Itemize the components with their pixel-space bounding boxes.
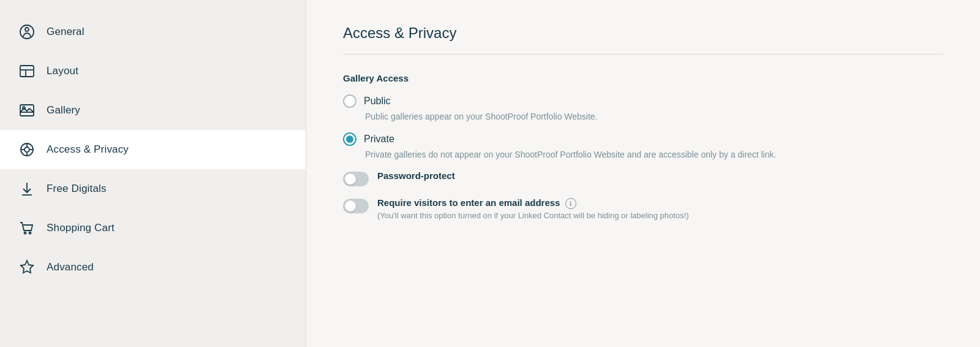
shopping-cart-icon [18,219,36,237]
require-email-sublabel: (You'll want this option turned on if yo… [377,211,689,220]
require-email-label-group: Require visitors to enter an email addre… [377,197,689,220]
page-title: Access & Privacy [343,25,943,42]
svg-point-16 [24,232,26,234]
sidebar-item-free-digitals[interactable]: Free Digitals [0,169,306,208]
sidebar-label-advanced: Advanced [47,261,94,273]
gallery-icon [18,102,36,119]
private-radio-group: Private Private galleries do not appear … [343,132,943,159]
public-radio-group: Public Public galleries appear on your S… [343,94,943,121]
svg-point-9 [24,147,29,152]
access-privacy-icon [18,141,36,158]
require-email-label: Require visitors to enter an email addre… [377,197,689,209]
general-icon [18,23,36,40]
sidebar-item-layout[interactable]: Layout [0,51,306,91]
sidebar: General Layout Gallery Access & Privacy [0,0,306,347]
free-digitals-icon [18,180,36,197]
public-radio-circle[interactable] [343,94,356,108]
sidebar-item-shopping-cart[interactable]: Shopping Cart [0,208,306,248]
password-protect-label-group: Password-protect [377,170,455,181]
svg-point-1 [25,28,29,31]
gallery-access-title: Gallery Access [343,73,943,83]
advanced-icon [18,259,36,276]
sidebar-label-layout: Layout [47,65,78,77]
sidebar-label-shopping-cart: Shopping Cart [47,222,115,234]
section-divider [343,54,943,55]
sidebar-item-general[interactable]: General [0,12,306,51]
public-radio-label[interactable]: Public [364,96,391,107]
require-email-toggle-track[interactable] [343,199,369,213]
main-content: Access & Privacy Gallery Access Public P… [306,0,980,347]
public-radio-option[interactable]: Public [343,94,943,108]
private-radio-label[interactable]: Private [364,134,394,145]
sidebar-item-access-privacy[interactable]: Access & Privacy [0,130,306,169]
require-email-toggle[interactable] [343,199,369,213]
password-protect-row: Password-protect [343,170,943,186]
svg-rect-2 [20,66,34,77]
sidebar-label-gallery: Gallery [47,104,80,116]
require-email-info-icon[interactable]: i [565,198,576,209]
password-protect-label: Password-protect [377,170,455,181]
private-radio-option[interactable]: Private [343,132,943,146]
sidebar-label-free-digitals: Free Digitals [47,183,107,195]
layout-icon [18,63,36,80]
require-email-toggle-thumb [345,200,356,212]
svg-marker-18 [21,261,33,273]
svg-point-17 [29,232,31,234]
password-protect-toggle[interactable] [343,172,369,186]
password-protect-toggle-thumb [345,174,356,185]
private-radio-circle[interactable] [343,132,356,146]
sidebar-label-general: General [47,26,85,38]
public-radio-desc: Public galleries appear on your ShootPro… [365,112,943,121]
private-radio-desc: Private galleries do not appear on your … [365,150,943,159]
sidebar-item-gallery[interactable]: Gallery [0,91,306,130]
require-email-row: Require visitors to enter an email addre… [343,197,943,220]
sidebar-label-access-privacy: Access & Privacy [47,143,129,156]
sidebar-item-advanced[interactable]: Advanced [0,248,306,287]
password-protect-toggle-track[interactable] [343,172,369,186]
